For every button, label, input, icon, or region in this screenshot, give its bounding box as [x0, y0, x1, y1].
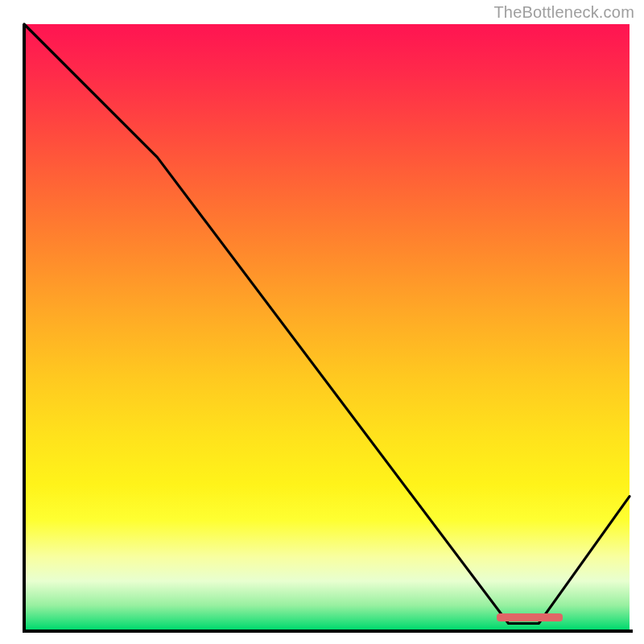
bottleneck-curve [24, 24, 630, 630]
optimal-range-marker [497, 613, 564, 621]
y-axis [23, 24, 26, 633]
attribution-text: TheBottleneck.com [493, 3, 634, 22]
x-axis [23, 630, 633, 633]
